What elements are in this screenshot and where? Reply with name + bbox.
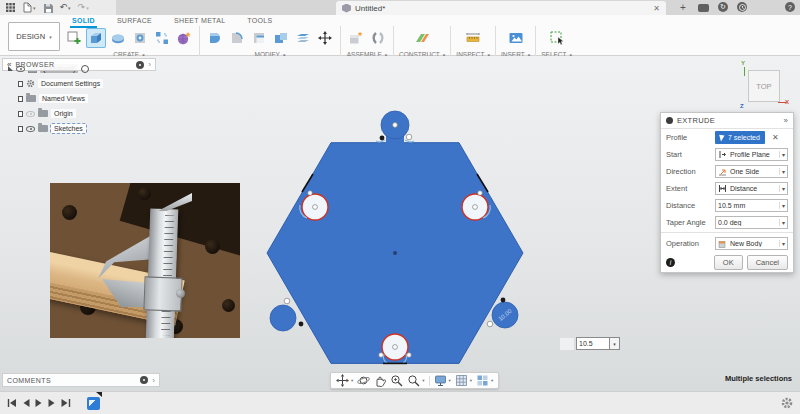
start-dropdown[interactable]: Profile Plane▾ bbox=[715, 148, 788, 161]
dialog-footer: i OK Cancel bbox=[661, 252, 793, 272]
pattern-button[interactable] bbox=[152, 28, 172, 48]
ribbon-toolbar: DESIGN ▾ SOLID SURFACE SHEET METAL TOOLS… bbox=[0, 15, 800, 56]
combine-button[interactable] bbox=[271, 28, 291, 48]
fillet-button[interactable] bbox=[227, 28, 247, 48]
distance-input[interactable]: 10.5 mm▾ bbox=[715, 199, 788, 212]
comments-icon[interactable] bbox=[698, 4, 709, 12]
cancel-button[interactable]: Cancel bbox=[747, 255, 788, 270]
viewports-icon bbox=[476, 374, 489, 387]
timeline-step-forward-button[interactable] bbox=[48, 398, 56, 408]
zoom-tool-button[interactable] bbox=[390, 374, 403, 387]
create-form-button[interactable] bbox=[174, 28, 194, 48]
save-icon[interactable] bbox=[43, 3, 53, 13]
revolve-button[interactable] bbox=[108, 28, 128, 48]
undo-icon: ↶ bbox=[60, 0, 68, 15]
new-tab-button[interactable]: + bbox=[676, 0, 690, 15]
clear-selection-button[interactable]: ✕ bbox=[772, 133, 779, 142]
timeline-play-button[interactable] bbox=[35, 398, 43, 408]
timeline-settings-gear-icon[interactable] bbox=[781, 397, 793, 409]
undo-button[interactable]: ↶▾ bbox=[60, 0, 71, 15]
item-label[interactable]: Origin bbox=[51, 109, 76, 118]
sweep-button[interactable] bbox=[130, 28, 150, 48]
split-body-button[interactable] bbox=[293, 28, 313, 48]
expand-icon[interactable] bbox=[18, 81, 23, 87]
panel-chevron-icon[interactable]: › bbox=[148, 60, 151, 69]
orbit-tool-button[interactable] bbox=[357, 374, 370, 387]
timeline-step-back-button[interactable] bbox=[22, 398, 30, 408]
info-icon[interactable]: i bbox=[666, 258, 675, 267]
profile-selection-button[interactable]: 7 selected bbox=[715, 131, 765, 144]
item-label[interactable]: Sketches bbox=[51, 124, 86, 133]
expand-icon[interactable] bbox=[18, 111, 23, 117]
extent-dropdown[interactable]: Distance▾ bbox=[715, 182, 788, 195]
help-button[interactable]: ? bbox=[785, 2, 795, 12]
create-sketch-button[interactable] bbox=[64, 28, 84, 48]
grid-snaps-button[interactable]: ▾ bbox=[455, 374, 472, 387]
select-button[interactable] bbox=[547, 28, 567, 48]
taper-angle-input[interactable]: 0.0 deg▾ bbox=[715, 216, 788, 229]
direction-dropdown[interactable]: One Side▾ bbox=[715, 165, 788, 178]
ok-button[interactable]: OK bbox=[714, 255, 743, 270]
insert-image-button[interactable] bbox=[506, 28, 526, 48]
joint-button[interactable] bbox=[368, 28, 388, 48]
press-pull-button[interactable] bbox=[205, 28, 225, 48]
comments-options-icon[interactable] bbox=[140, 376, 148, 384]
pan-hand-button[interactable] bbox=[374, 374, 386, 387]
view-cube[interactable]: TOP Y X Z bbox=[748, 70, 780, 102]
expand-icon[interactable] bbox=[18, 96, 23, 102]
bench-dog-hole bbox=[62, 205, 77, 220]
bench-dog-hole bbox=[205, 239, 220, 254]
pan-tool-button[interactable]: ▾ bbox=[336, 374, 353, 387]
dimension-dropdown[interactable]: ▾ bbox=[610, 337, 620, 350]
extrude-button[interactable] bbox=[86, 28, 106, 48]
job-status-clock-icon[interactable] bbox=[737, 2, 747, 12]
folder-icon bbox=[38, 125, 48, 132]
visibility-icon[interactable] bbox=[26, 126, 35, 132]
timeline-sketch-feature[interactable] bbox=[87, 397, 100, 410]
extrude-dialog-header[interactable]: EXTRUDE » bbox=[661, 113, 793, 129]
visibility-icon-off[interactable] bbox=[26, 111, 35, 117]
workspace-switcher[interactable]: DESIGN ▾ bbox=[8, 22, 60, 51]
timeline-go-to-start-button[interactable] bbox=[7, 398, 17, 408]
direction-row: Direction One Side▾ bbox=[661, 163, 793, 180]
document-tab[interactable]: Untitled* ✕ bbox=[336, 1, 666, 15]
lower-left-tab[interactable] bbox=[270, 305, 296, 331]
measure-button[interactable] bbox=[463, 28, 483, 48]
start-label: Start bbox=[666, 150, 712, 159]
comments-chevron-icon[interactable]: › bbox=[152, 376, 155, 385]
new-component-button[interactable] bbox=[346, 28, 366, 48]
extrude-icon bbox=[88, 30, 104, 46]
browser-row-sketches[interactable]: Sketches bbox=[2, 121, 156, 136]
dialog-pin-icon[interactable]: » bbox=[784, 116, 788, 125]
group-assemble: ASSEMBLE▾ bbox=[346, 26, 388, 58]
item-label[interactable]: Named Views bbox=[39, 94, 88, 103]
timeline-go-to-end-button[interactable] bbox=[61, 398, 71, 408]
file-menu-button[interactable]: ▾ bbox=[22, 2, 36, 13]
app-grid-icon[interactable] bbox=[6, 3, 15, 12]
root-radio-icon[interactable] bbox=[81, 65, 89, 73]
shell-button[interactable] bbox=[249, 28, 269, 48]
zoom-window-button[interactable]: ▾ bbox=[407, 374, 424, 387]
browser-header[interactable]: « BROWSER › bbox=[2, 58, 156, 71]
root-expand-icon[interactable] bbox=[8, 66, 13, 71]
comments-panel[interactable]: COMMENTS › bbox=[2, 373, 160, 387]
move-copy-button[interactable] bbox=[315, 28, 335, 48]
viewports-button[interactable]: ▾ bbox=[476, 374, 493, 387]
expand-icon[interactable] bbox=[18, 126, 23, 132]
view-cube-face-label[interactable]: TOP bbox=[756, 82, 771, 91]
close-tab-button[interactable]: ✕ bbox=[653, 4, 660, 13]
display-settings-button[interactable]: ▾ bbox=[434, 374, 451, 387]
panel-options-icon[interactable] bbox=[136, 61, 144, 69]
construct-plane-button[interactable] bbox=[412, 28, 432, 48]
browser-row-origin[interactable]: Origin bbox=[2, 106, 156, 121]
redo-button[interactable]: ↷▾ bbox=[78, 0, 89, 15]
item-label[interactable]: Document Settings bbox=[38, 79, 103, 88]
browser-row-named-views[interactable]: Named Views bbox=[2, 91, 156, 106]
sync-status-icon[interactable]: ↻ bbox=[718, 2, 728, 12]
browser-row-document-settings[interactable]: Document Settings bbox=[2, 76, 156, 91]
operation-dropdown[interactable]: New Body▾ bbox=[715, 237, 788, 250]
dimension-value-input[interactable]: 10.5 bbox=[576, 337, 610, 350]
zoom-window-caret: ▾ bbox=[422, 378, 424, 383]
design-canvas[interactable]: 10.00 bbox=[0, 56, 800, 391]
root-visibility-icon[interactable] bbox=[16, 66, 25, 72]
